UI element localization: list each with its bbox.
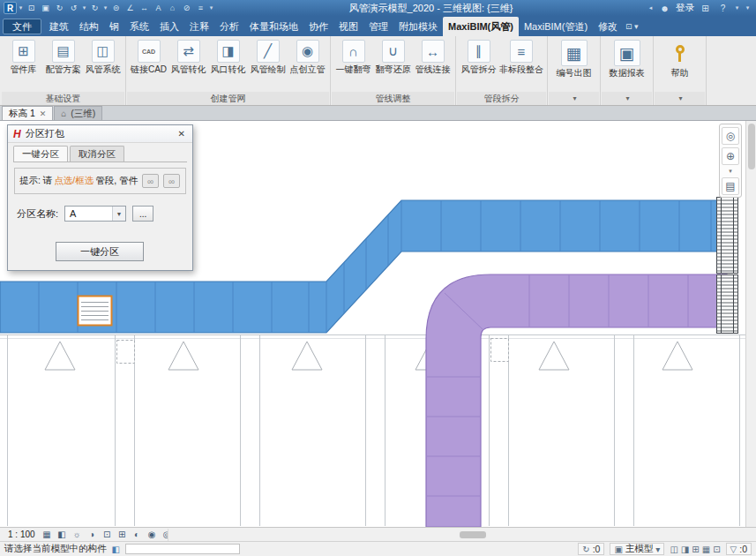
text-icon[interactable]: A xyxy=(152,2,165,14)
thin-lines-icon[interactable]: ≡ xyxy=(194,2,207,14)
select-links-icon[interactable]: ◫ xyxy=(670,545,677,554)
measure-icon[interactable]: ∠ xyxy=(124,2,137,14)
selected-element[interactable] xyxy=(79,297,112,326)
default-3d-view-icon[interactable]: ⌂ xyxy=(166,2,179,14)
dialog-close-button[interactable]: ✕ xyxy=(176,129,187,139)
zone-name-combobox[interactable]: A ▼ xyxy=(64,206,126,222)
filter-field[interactable]: ▽ :0 xyxy=(726,543,752,555)
tool-duct-split[interactable]: ∥ 风管拆分 xyxy=(459,38,498,74)
one-key-partition-button[interactable]: 一键分区 xyxy=(56,242,144,261)
tool-bend-restore[interactable]: ∪ 翻弯还原 xyxy=(373,38,413,74)
tab-file[interactable]: 文件 xyxy=(3,19,41,34)
horizontal-scrollbar[interactable] xyxy=(168,529,756,541)
duct-run-purple[interactable] xyxy=(426,274,727,527)
select-underlay-icon[interactable]: ◨ xyxy=(681,545,689,554)
panel-dropdown[interactable]: ▾ xyxy=(549,92,599,105)
zoom-caret-icon[interactable]: ▾ xyxy=(729,168,732,175)
chain-select-icon[interactable]: ∞ xyxy=(142,174,159,188)
tab-systems[interactable]: 系统 xyxy=(124,17,154,36)
undo-icon[interactable]: ↺ xyxy=(67,2,80,14)
print-icon[interactable]: ⊜ xyxy=(109,2,123,14)
panel-dropdown[interactable]: ▾ xyxy=(655,92,705,105)
tab-cancel-partition[interactable]: 取消分区 xyxy=(70,146,124,162)
login-button[interactable]: 登录 xyxy=(676,2,694,14)
tab-addins[interactable]: 附加模块 xyxy=(393,17,443,36)
tab-steel[interactable]: 钢 xyxy=(104,17,124,36)
view-tab-3d[interactable]: ⌂ (三维) xyxy=(54,106,102,120)
shadows-icon[interactable]: ◑ xyxy=(86,529,99,540)
visual-style-icon[interactable]: ◧ xyxy=(56,529,69,540)
tab-annotate[interactable]: 注释 xyxy=(184,17,214,36)
reveal-hidden-icon[interactable]: ◉ xyxy=(146,529,159,540)
close-view-icon[interactable]: ✕ xyxy=(40,109,47,118)
crop-view-icon[interactable]: ⊡ xyxy=(101,529,114,540)
tool-outlet-convert[interactable]: ◨ 风口转化 xyxy=(208,38,248,74)
sun-path-icon[interactable]: ☼ xyxy=(71,529,84,540)
tab-manage[interactable]: 管理 xyxy=(363,17,393,36)
tab-analyze[interactable]: 分析 xyxy=(214,17,244,36)
pan-icon[interactable]: ▤ xyxy=(722,177,739,195)
tool-fitting-library[interactable]: ⊞ 管件库 xyxy=(4,38,43,74)
titlebar-more-icon[interactable]: ▾ xyxy=(745,4,751,11)
panel-dropdown[interactable]: ▾ xyxy=(602,92,652,105)
redo-caret-icon[interactable]: ▾ xyxy=(102,4,109,11)
steering-wheel-icon[interactable]: ◎ xyxy=(722,127,739,145)
tab-maxibim-pipe[interactable]: MaxiBIM(管道) xyxy=(519,17,593,36)
air-terminal-symbols[interactable] xyxy=(45,339,692,371)
tab-maxibim-duct[interactable]: MaxiBIM(风管) xyxy=(443,17,519,36)
dialog-title-bar[interactable]: H 分区打包 ✕ xyxy=(8,125,192,143)
scale-control[interactable]: 1 : 100 xyxy=(4,530,39,539)
section-icon[interactable]: ⊘ xyxy=(180,2,193,14)
editing-requests-field[interactable]: ↻ :0 xyxy=(578,543,604,555)
redo-icon[interactable]: ↻ xyxy=(88,2,101,14)
chain-deselect-icon[interactable]: ∞ xyxy=(163,174,180,188)
select-by-face-icon[interactable]: ▦ xyxy=(702,545,710,554)
view-tab-level1[interactable]: 标高 1 ✕ xyxy=(2,106,53,120)
open-icon[interactable]: ⊡ xyxy=(25,2,38,14)
select-pinned-icon[interactable]: ⊞ xyxy=(692,545,699,554)
modify-selection-icon[interactable]: ⊡ ▾ xyxy=(625,17,639,36)
tool-pipeline-connect[interactable]: ↔ 管线连接 xyxy=(413,38,453,74)
help-button[interactable]: ? xyxy=(716,2,730,14)
tab-view[interactable]: 视图 xyxy=(333,17,363,36)
tool-duct-draw[interactable]: ╱ 风管绘制 xyxy=(248,38,288,74)
tool-piping-scheme[interactable]: ▤ 配管方案 xyxy=(43,38,83,74)
tab-massing-site[interactable]: 体量和场地 xyxy=(244,17,303,36)
dimension-icon[interactable]: ↔ xyxy=(138,2,151,14)
search-back-icon[interactable]: ◂ xyxy=(647,4,654,11)
tool-help[interactable]: 帮助 xyxy=(656,38,703,78)
tool-duct-convert[interactable]: ⇄ 风管转化 xyxy=(168,38,208,74)
tool-data-report[interactable]: ▣ 数据报表 xyxy=(603,38,650,78)
horizontal-scroll-thumb[interactable] xyxy=(460,531,486,538)
app-menu-caret-icon[interactable]: ▾ xyxy=(18,4,24,11)
zoom-icon[interactable]: ⊕ xyxy=(722,147,739,165)
tool-nonstandard-merge[interactable]: ≡ 非标段整合 xyxy=(498,38,544,74)
tab-structure[interactable]: 结构 xyxy=(74,17,104,36)
tab-architecture[interactable]: 建筑 xyxy=(44,17,74,36)
design-option-dropdown[interactable]: ▣ 主模型 ▾ xyxy=(610,543,664,555)
tool-link-cad[interactable]: CAD 链接CAD xyxy=(129,38,168,74)
help-caret-icon[interactable]: ▾ xyxy=(734,4,740,11)
tool-one-key-bend[interactable]: ∩ 一键翻弯 xyxy=(333,38,373,74)
drawing-area[interactable]: ◎ ⊕ ▾ ▤ H 分区打包 ✕ 一键分区 取消分区 提示: 请点选/框选管段,… xyxy=(0,121,756,527)
tab-modify[interactable]: 修改 xyxy=(593,17,623,36)
show-crop-icon[interactable]: ⊞ xyxy=(116,529,129,540)
tab-insert[interactable]: 插入 xyxy=(154,17,184,36)
tool-numbering-plot[interactable]: ▦ 编号出图 xyxy=(550,38,597,78)
user-icon[interactable]: ☻ xyxy=(658,2,671,14)
undo-caret-icon[interactable]: ▾ xyxy=(81,4,87,11)
vertical-scrollbar[interactable] xyxy=(745,121,756,527)
chevron-down-icon[interactable]: ▼ xyxy=(112,207,125,221)
temporary-hide-icon[interactable]: ◐ xyxy=(131,529,144,540)
save-icon[interactable]: ▣ xyxy=(39,2,52,14)
vertical-scroll-thumb[interactable] xyxy=(748,124,755,169)
tab-collaborate[interactable]: 协作 xyxy=(303,17,333,36)
duct-riser-symbols[interactable] xyxy=(717,197,738,334)
tab-one-key-partition[interactable]: 一键分区 xyxy=(13,146,68,162)
browse-button[interactable]: ... xyxy=(132,206,153,222)
revit-logo[interactable]: R xyxy=(4,2,17,14)
app-store-icon[interactable]: ⊞ xyxy=(699,2,712,14)
customize-qat-icon[interactable]: ▾ xyxy=(208,4,214,11)
tool-duct-system[interactable]: ◫ 风管系统 xyxy=(83,38,123,74)
tool-point-riser[interactable]: ◉ 点创立管 xyxy=(288,38,327,74)
